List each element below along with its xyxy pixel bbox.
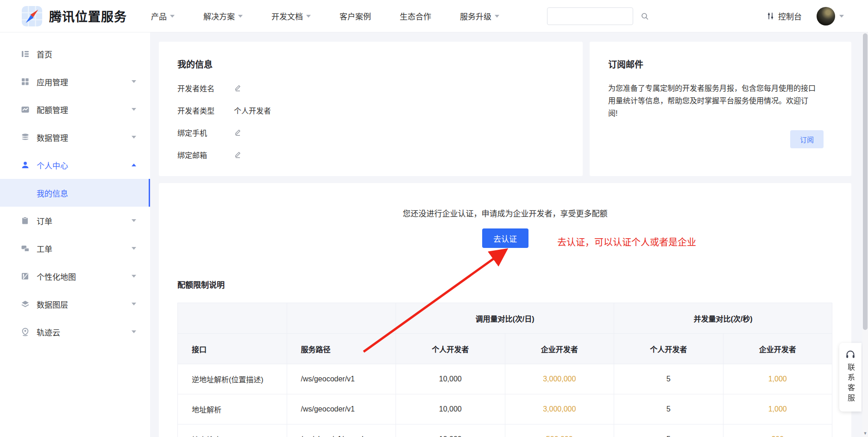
sidebar-item-quota[interactable]: 配额管理 [0,95,150,123]
table-group-header-row: 调用量对比(次/日) 并发量对比(次/秒) [178,303,832,334]
chevron-down-icon [238,15,243,18]
field-bound-phone: 绑定手机 [177,128,564,137]
nav-ecosystem[interactable]: 生态合作 [400,10,431,22]
chevron-down-icon [170,15,175,18]
list-icon [20,49,30,58]
edit-pencil-icon[interactable] [234,128,242,136]
sidebar-item-custom-map[interactable]: 个性化地图 [0,262,150,290]
chevron-down-icon [132,108,136,111]
layers-icon [20,299,30,309]
main-nav: 产品 解决方案 开发文档 客户案例 生态合作 服务升级 [151,10,528,22]
verify-notice: 您还没进行企业认证，申请成为企业开发者，享受更多配额 [159,207,851,219]
sidebar-item-personal-center[interactable]: 个人中心 [0,151,150,179]
nav-solutions[interactable]: 解决方案 [203,10,243,22]
clipboard-icon [20,216,30,225]
top-header: 腾讯位置服务 产品 解决方案 开发文档 客户案例 生态合作 服务升级 [0,0,868,32]
quota-card: 您还没进行企业认证，申请成为企业开发者，享受更多配额 去认证 去认证，可以认证个… [159,183,851,437]
map-icon [20,272,30,281]
sidebar-item-home[interactable]: 首页 [0,40,150,68]
chevron-down-icon [132,136,136,139]
chart-icon [20,105,30,114]
chevron-down-icon [132,330,136,333]
table-row: 逆地址解析(位置描述) /ws/geocoder/v1 10,000 3,000… [178,364,832,394]
subscribe-button[interactable]: 订阅 [790,130,824,148]
field-developer-type: 开发者类型 个人开发者 [177,106,564,114]
quota-table: 调用量对比(次/日) 并发量对比(次/秒) 接口 服务路径 个人开发者 企业开发… [177,303,832,437]
red-annotation: 去认证，可以认证个人或者是企业 [557,235,696,248]
avatar[interactable] [817,7,835,25]
location-pin-icon [20,327,30,336]
scroll-down-icon[interactable]: ▼ [862,431,868,436]
chevron-down-icon [132,219,136,222]
search-box [547,7,633,25]
edit-pencil-icon[interactable] [234,84,242,92]
nav-products[interactable]: 产品 [151,10,175,22]
chevron-down-icon [306,15,311,18]
contact-support-label: 联系客服 [845,363,856,404]
quota-section-title: 配额限制说明 [177,279,851,290]
table-header-row: 接口 服务路径 个人开发者 企业开发者 个人开发者 企业开发者 [178,334,832,364]
chevron-down-icon [132,247,136,250]
main-content: 我的信息 开发者姓名 开发者类型 个人开发者 绑定手机 绑定邮箱 [150,32,868,437]
scrollbar-thumb[interactable] [863,33,868,330]
subscribe-card: 订阅邮件 为您准备了专属定制的开发者服务月报，包含您每月使用的接口用量统计等信息… [590,42,851,176]
sidebar-item-tickets[interactable]: 工单 [0,234,150,262]
search-input[interactable] [547,8,641,25]
chevron-down-icon [132,275,136,278]
person-icon [20,160,30,170]
chevron-up-icon [132,164,136,166]
nav-upgrade[interactable]: 服务升级 [460,10,499,22]
sidebar-item-data-layers[interactable]: 数据图层 [0,290,150,318]
console-link[interactable]: 控制台 [767,10,802,22]
sidebar-item-orders[interactable]: 订单 [0,207,150,234]
my-info-title: 我的信息 [177,57,564,70]
verify-button[interactable]: 去认证 [482,228,528,248]
group-header-concurrency: 并发量对比(次/秒) [614,303,832,334]
chat-icon [20,244,30,253]
grid-icon [20,77,30,86]
chevron-down-icon [839,15,844,18]
field-bound-email: 绑定邮箱 [177,150,564,159]
my-info-card: 我的信息 开发者姓名 开发者类型 个人开发者 绑定手机 绑定邮箱 [159,42,583,176]
contact-support-tab[interactable]: 联系客服 [839,343,862,412]
search-icon[interactable] [641,12,649,20]
chevron-down-icon [495,15,499,18]
sliders-icon [767,12,774,20]
sidebar-item-data[interactable]: 数据管理 [0,123,150,151]
table-row: 地点搜索 /ws/place/v1/search 10,000 500,000 … [178,424,832,437]
sidebar-item-apps[interactable]: 应用管理 [0,68,150,95]
nav-docs[interactable]: 开发文档 [271,10,311,22]
brand-name: 腾讯位置服务 [49,7,127,25]
nav-cases[interactable]: 客户案例 [340,10,371,22]
chevron-down-icon [132,303,136,305]
scrollbar[interactable]: ▼ [862,32,868,437]
compass-logo-icon [21,6,43,27]
subscribe-title: 订阅邮件 [608,57,833,70]
brand[interactable]: 腾讯位置服务 [21,6,127,27]
chevron-down-icon [132,80,136,83]
table-row: 地址解析 /ws/geocoder/v1 10,000 3,000,000 5 … [178,394,832,424]
group-header-calls: 调用量对比(次/日) [396,303,614,334]
sidebar: 首页 应用管理 配额管理 数据管理 个人中心 我的信息 订单 [0,32,150,437]
user-menu[interactable] [817,7,844,25]
sidebar-item-track-cloud[interactable]: 轨迹云 [0,318,150,346]
edit-pencil-icon[interactable] [234,151,242,158]
headset-icon [845,349,855,360]
subscribe-body: 为您准备了专属定制的开发者服务月报，包含您每月使用的接口用量统计等信息，帮助您及… [608,82,818,120]
database-icon [20,133,30,142]
field-developer-name: 开发者姓名 [177,83,564,92]
sidebar-subitem-my-info[interactable]: 我的信息 [0,179,150,207]
